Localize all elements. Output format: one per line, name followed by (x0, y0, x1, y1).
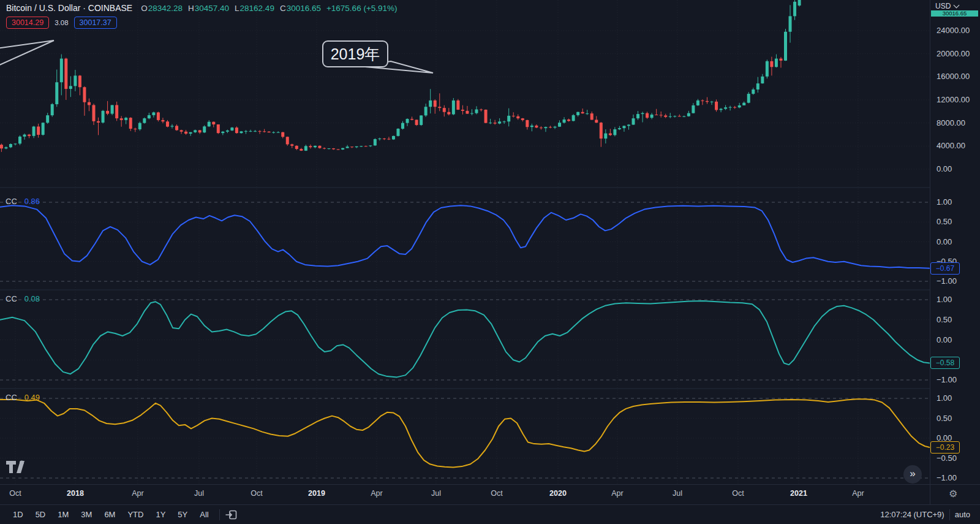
indicator-last-value-badge: −0.58 (930, 357, 960, 369)
time-axis-month-label: Apr (852, 489, 864, 498)
indicator-title-cc-3[interactable]: CC 0.49 (6, 393, 40, 402)
time-axis-month-label: Apr (132, 489, 143, 498)
indicator-axis-label: 1.00 (937, 295, 952, 304)
date-range-buttons: 1D5D1M3M6MYTD1Y5YAll (7, 508, 214, 521)
time-axis-year-label: 2020 (549, 489, 567, 498)
symbol-title[interactable]: Bitcoin / U.S. Dollar · COINBASE (6, 3, 132, 13)
clock-label[interactable]: 12:07:24 (UTC+9) (880, 510, 944, 519)
indicator-axis-label: −1.00 (937, 375, 957, 384)
price-axis-label: 20000.00 (937, 49, 970, 58)
indicator-value: 0.86 (24, 197, 40, 206)
bottom-toolbar: 1D5D1M3M6MYTD1Y5YAll 12:07:24 (UTC+9) au… (0, 504, 980, 524)
time-axis-year-label: 2018 (67, 489, 84, 498)
change-value: +1675.66 (+5.91%) (326, 4, 398, 13)
currency-label: USD (935, 2, 951, 10)
symbol-header: Bitcoin / U.S. Dollar · COINBASE O28342.… (6, 3, 398, 13)
ohlc-values: O28342.28 H30457.40 L28162.49 C30016.65 … (141, 4, 397, 13)
indicator-axis-label: 0.50 (937, 315, 952, 324)
go-to-date-button[interactable] (225, 508, 238, 522)
indicator-name: CC (6, 393, 17, 402)
spread-value: 3.08 (55, 19, 68, 26)
indicator-axis-label: −0.50 (937, 454, 957, 463)
range-button-1m[interactable]: 1M (52, 508, 74, 521)
axis-border (930, 484, 930, 504)
restore-pane-button[interactable]: » (903, 465, 922, 484)
price-axis-label: 0.00 (937, 164, 952, 173)
time-axis-month-label: Apr (611, 489, 623, 498)
indicator-last-value-badge: −0.67 (930, 262, 960, 275)
time-axis-month-label: Jul (431, 489, 441, 498)
range-button-1d[interactable]: 1D (7, 508, 29, 521)
time-axis-month-label: Oct (251, 489, 262, 498)
double-chevron-right-icon: » (910, 468, 915, 480)
range-button-5d[interactable]: 5D (30, 508, 51, 521)
time-axis-month-label: Oct (491, 489, 502, 498)
tradingview-chart-window: Bitcoin / U.S. Dollar · COINBASE O28342.… (0, 0, 980, 524)
time-scale[interactable]: Oct2018AprJulOct2019AprJulOct2020AprJulO… (0, 484, 980, 505)
scale-mode-auto[interactable]: auto (955, 510, 970, 519)
ohlc-close: C30016.65 (280, 4, 321, 13)
time-axis-month-label: Jul (194, 489, 204, 498)
chevron-down-icon (954, 2, 960, 9)
indicator-axis-label: 0.00 (937, 335, 952, 344)
price-axis-label: 8000.00 (937, 118, 965, 127)
indicator-axis-label: 0.50 (937, 414, 952, 423)
buy-price-button[interactable]: 30017.37 (74, 17, 117, 29)
time-axis-year-label: 2021 (790, 489, 807, 498)
time-axis-year-label: 2019 (308, 489, 325, 498)
bid-ask-row: 30014.29 3.08 30017.37 (6, 17, 117, 29)
chart-canvas[interactable] (0, 0, 930, 484)
indicator-axis-label: 1.00 (937, 393, 952, 403)
indicator-axis-label: 1.00 (937, 197, 952, 207)
time-axis-month-label: Jul (673, 489, 682, 498)
price-axis-label: 4000.00 (937, 141, 965, 150)
indicator-axis-label: −1.00 (937, 473, 957, 482)
price-axis-label: 12000.00 (937, 95, 970, 104)
tradingview-logo[interactable] (5, 458, 26, 476)
current-price-badge: 30016.65 (931, 10, 978, 17)
currency-selector[interactable]: USD (935, 2, 959, 10)
ohlc-open: O28342.28 (141, 4, 183, 13)
time-axis-month-label: Oct (9, 489, 21, 498)
indicator-axis-label: −1.00 (937, 276, 957, 286)
price-axis-label: 16000.00 (937, 72, 970, 81)
indicator-title-cc-1[interactable]: CC 0.86 (6, 197, 40, 206)
range-button-6m[interactable]: 6M (99, 508, 121, 521)
indicator-title-cc-2[interactable]: CC 0.08 (6, 294, 40, 303)
time-axis-month-label: Apr (371, 489, 382, 498)
time-axis-month-label: Oct (732, 489, 744, 498)
go-to-date-icon (225, 508, 238, 522)
indicator-name: CC (6, 294, 17, 303)
price-scale[interactable]: USD 30016.65 24000.0020000.0016000.00120… (930, 0, 980, 484)
range-button-ytd[interactable]: YTD (122, 508, 149, 521)
ohlc-high: H30457.40 (188, 4, 229, 13)
sell-price-button[interactable]: 30014.29 (6, 17, 49, 29)
divider (219, 509, 220, 520)
indicator-last-value-badge: −0.23 (930, 441, 960, 454)
range-button-1y[interactable]: 1Y (150, 508, 171, 521)
range-button-5y[interactable]: 5Y (172, 508, 193, 521)
range-button-all[interactable]: All (194, 508, 214, 521)
ohlc-low: L28162.49 (235, 4, 274, 13)
divider (949, 509, 950, 520)
time-settings-gear-icon[interactable]: ⚙ (949, 488, 957, 499)
indicator-value: 0.08 (24, 294, 40, 303)
indicator-axis-label: 0.00 (937, 237, 952, 246)
range-button-3m[interactable]: 3M (75, 508, 97, 521)
annotation-callout-2019[interactable]: 2019年 (322, 40, 388, 67)
indicator-value: 0.49 (24, 393, 40, 402)
indicator-axis-label: 0.50 (937, 217, 952, 226)
price-axis-label: 24000.00 (937, 26, 970, 35)
indicator-name: CC (6, 197, 17, 206)
